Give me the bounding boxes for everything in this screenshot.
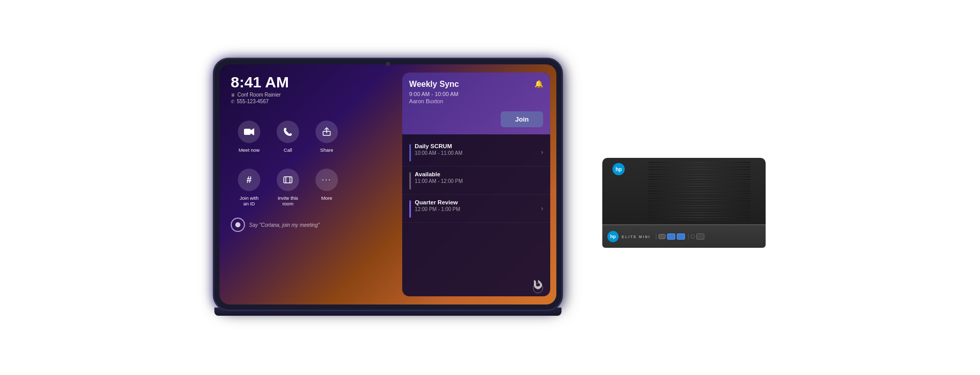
call-icon [277, 121, 299, 143]
meeting-details: Daily SCRUM 10:00 AM - 11:00 AM [415, 143, 462, 156]
meeting-item-left: Daily SCRUM 10:00 AM - 11:00 AM [409, 143, 462, 161]
vent-line [648, 200, 750, 201]
meeting-details: Available 11:00 AM - 12:00 PM [415, 171, 463, 184]
elite-mini-label: ELITE MINI [622, 235, 651, 239]
room-info: 🖥 Conf Room Rainier [231, 92, 394, 98]
usb-a-port-blue-2 [677, 233, 685, 240]
vent-line [648, 196, 750, 197]
meet-now-button[interactable]: Meet now [231, 113, 267, 159]
join-button[interactable]: Join [501, 111, 543, 127]
join-id-icon: # [238, 169, 260, 191]
meeting-title: Available [415, 171, 463, 177]
room-name: Conf Room Rainier [237, 92, 281, 98]
vent-line [648, 203, 750, 204]
meeting-item-left: Available 11:00 AM - 12:00 PM [409, 171, 463, 190]
featured-meeting-header: Weekly Sync 🔔 [409, 80, 543, 89]
vent-line [648, 167, 750, 168]
vent-line [648, 165, 750, 166]
vent-line [648, 210, 750, 211]
featured-meeting-card: Weekly Sync 🔔 9:00 AM - 10:00 AM Aaron B… [402, 73, 550, 134]
meeting-time: 12:00 PM - 1:00 PM [415, 206, 460, 212]
cortana-circle [231, 218, 245, 232]
vent-line [648, 162, 750, 163]
meeting-item-quarter-review[interactable]: Quarter Review 12:00 PM - 1:00 PM › [402, 195, 550, 223]
mini-pc-ports: hp ELITE MINI [602, 224, 766, 248]
usb-c-port [658, 234, 666, 239]
hp-logo-front: hp [607, 231, 619, 242]
left-panel: 8:41 AM 🖥 Conf Room Rainier ✆ 555-123-45… [219, 64, 405, 304]
volume-icon: 🔔 [534, 80, 543, 88]
cortana-bar: Say "Cortana, join my meeting" [231, 218, 394, 232]
vent-line [648, 215, 750, 216]
vent-line [648, 183, 750, 184]
mini-pc-body: hp [602, 158, 766, 224]
featured-meeting-organizer: Aaron Buxton [409, 98, 543, 104]
vent-line [648, 198, 750, 199]
more-label: More [321, 195, 332, 201]
phone-number: 555-123-4567 [237, 99, 268, 104]
call-button[interactable]: Call [270, 113, 306, 159]
meeting-item-left: Quarter Review 12:00 PM - 1:00 PM [409, 199, 460, 218]
help-area: ? [402, 280, 550, 296]
actions-grid: Meet now Call [231, 113, 394, 207]
usb-a-port-blue [667, 233, 675, 240]
vent-line [648, 205, 750, 206]
accent-bar [409, 200, 411, 218]
meeting-time: 11:00 AM - 12:00 PM [415, 178, 463, 184]
join-id-button[interactable]: # Join withan ID [231, 161, 267, 207]
meet-now-label: Meet now [238, 147, 259, 153]
chevron-right-icon: › [541, 149, 543, 156]
accent-bar [409, 172, 411, 190]
invite-room-icon [277, 169, 299, 191]
room-icon: 🖥 [231, 92, 235, 98]
vent-line [648, 176, 750, 177]
more-button[interactable]: ··· More [308, 161, 345, 207]
vent-line [648, 212, 750, 213]
svg-rect-4 [284, 177, 292, 183]
share-icon [315, 121, 338, 143]
vent-line [648, 217, 750, 218]
vent-line [648, 220, 750, 221]
hp-logo-top: hp [612, 163, 625, 175]
meeting-item-available: Available 11:00 AM - 12:00 PM [402, 167, 550, 195]
meet-now-icon [238, 121, 260, 143]
vent-line [648, 186, 750, 187]
vent-line [648, 207, 750, 208]
join-id-label: Join withan ID [240, 195, 259, 207]
vent-line [648, 174, 750, 175]
featured-meeting-title: Weekly Sync [409, 80, 459, 89]
invite-room-label: Invite thisroom [278, 195, 298, 207]
cortana-prompt: Say "Cortana, join my meeting" [249, 222, 320, 228]
svg-marker-1 [251, 128, 254, 135]
share-button[interactable]: Share [308, 113, 345, 159]
more-icon: ··· [315, 169, 338, 191]
cortana-inner [235, 222, 240, 227]
accent-bar [409, 144, 411, 161]
vent-line [648, 169, 750, 170]
vent-line [648, 191, 750, 192]
vent-line [648, 179, 750, 180]
phone-info: ✆ 555-123-4567 [231, 99, 394, 104]
meeting-title: Quarter Review [415, 199, 460, 205]
invite-room-button[interactable]: Invite thisroom [270, 161, 306, 207]
vent-line [648, 181, 750, 182]
meeting-title: Daily SCRUM [415, 143, 462, 149]
audio-port [691, 235, 695, 239]
svg-rect-0 [244, 129, 251, 135]
product-scene: 8:41 AM 🖥 Conf Room Rainier ✆ 555-123-45… [214, 59, 766, 316]
featured-meeting-time: 9:00 AM - 10:00 AM [409, 91, 543, 97]
vent-line [648, 172, 750, 173]
power-port [696, 233, 704, 240]
meeting-time: 10:00 AM - 11:00 AM [415, 150, 462, 156]
call-label: Call [284, 147, 292, 153]
meeting-details: Quarter Review 12:00 PM - 1:00 PM [415, 199, 460, 212]
chevron-right-icon: › [541, 205, 543, 212]
vent-line [648, 193, 750, 194]
tablet-screen: 8:41 AM 🖥 Conf Room Rainier ✆ 555-123-45… [219, 64, 556, 304]
mini-pc-device: hp [602, 158, 766, 248]
phone-icon: ✆ [231, 99, 235, 104]
meeting-item-daily-scrum[interactable]: Daily SCRUM 10:00 AM - 11:00 AM › [402, 138, 550, 167]
ports-group-left [656, 233, 685, 240]
poly-logo [531, 278, 545, 295]
share-label: Share [320, 147, 333, 153]
